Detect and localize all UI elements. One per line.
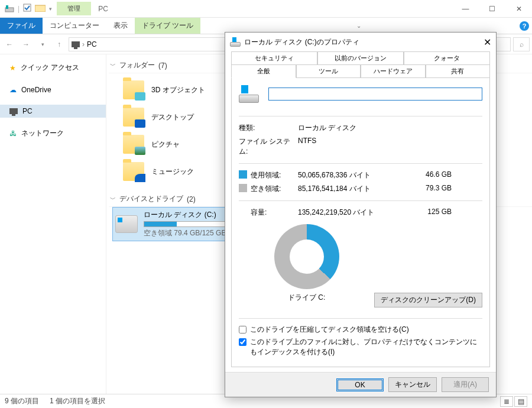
back-button[interactable]: ← — [2, 37, 17, 51]
used-label: 使用領域: — [239, 170, 298, 180]
section-label: デバイスとドライブ — [119, 194, 183, 204]
index-label[interactable]: このドライブ上のファイルに対し、プロパティだけでなくコンテンツにもインデックスを… — [250, 337, 482, 357]
nav-pane: ★ クイック アクセス ☁ OneDrive PC 🖧 ネットワーク — [0, 54, 106, 394]
tab-quota[interactable]: クォータ — [404, 51, 490, 65]
status-selection: 1 個の項目を選択 — [50, 396, 105, 406]
recent-dropdown-icon[interactable]: ▾ — [35, 37, 50, 51]
sidebar-item-onedrive[interactable]: ☁ OneDrive — [0, 83, 106, 96]
fs-value: NTFS — [298, 137, 316, 157]
search-icon: ⌕ — [520, 40, 524, 48]
capacity-human: 125 GB — [404, 208, 452, 218]
dialog-title: ローカル ディスク (C:)のプロパティ — [244, 37, 359, 47]
tab-general[interactable]: 全般 — [231, 64, 296, 78]
section-count: (2) — [187, 195, 196, 203]
tab-tools[interactable]: ツール — [296, 64, 361, 78]
type-label: 種類: — [239, 123, 298, 133]
folder-label: 3D オブジェクト — [151, 85, 205, 95]
pc-icon — [9, 108, 18, 114]
tab-row-front: 全般 ツール ハードウェア 共有 — [231, 64, 490, 77]
drive-subtext: 空き領域 79.4 GB/125 GB — [144, 228, 232, 238]
titlebar: | ▾ 管理 PC — ☐ ✕ — [0, 0, 532, 18]
tab-security[interactable]: セキュリティ — [231, 51, 317, 65]
tab-panel-general: 種類: ローカル ディスク ファイル システム: NTFS 使用領域: 50,0… — [231, 77, 490, 367]
type-value: ローカル ディスク — [298, 123, 356, 133]
ribbon-expand-icon[interactable]: ⌄ — [351, 18, 366, 34]
contextual-tab-header: 管理 — [57, 2, 91, 15]
svg-rect-2 — [24, 4, 31, 11]
maximize-button[interactable]: ☐ — [479, 0, 505, 18]
apply-button[interactable]: 適用(A) — [442, 377, 489, 392]
sidebar-item-quick-access[interactable]: ★ クイック アクセス — [0, 60, 106, 75]
ribbon-tab-file[interactable]: ファイル — [0, 18, 43, 34]
search-box[interactable]: ⌕ — [513, 37, 530, 51]
drive-label: ローカル ディスク (C:) — [144, 210, 232, 220]
tab-sharing[interactable]: 共有 — [426, 64, 491, 78]
compress-label[interactable]: このドライブを圧縮してディスク領域を空ける(C) — [250, 325, 409, 335]
network-icon: 🖧 — [9, 129, 17, 138]
folder-icon — [123, 162, 144, 181]
section-label: フォルダー — [119, 60, 155, 70]
cancel-button[interactable]: キャンセル — [388, 377, 437, 392]
pie-caption: ドライブ C: — [288, 293, 325, 303]
ribbon-tab-view[interactable]: 表示 — [106, 18, 135, 34]
section-count: (7) — [158, 61, 167, 70]
svg-rect-3 — [35, 5, 46, 12]
sidebar-item-label: OneDrive — [21, 86, 51, 94]
drive-name-input[interactable] — [268, 88, 482, 101]
folder-icon — [123, 135, 144, 154]
cloud-icon: ☁ — [9, 86, 17, 94]
index-checkbox[interactable] — [239, 338, 246, 346]
minimize-button[interactable]: — — [452, 0, 479, 18]
qat-checkbox-icon[interactable] — [23, 4, 31, 14]
tab-hardware[interactable]: ハードウェア — [361, 64, 426, 78]
sidebar-item-pc[interactable]: PC — [0, 105, 106, 118]
pc-icon — [72, 41, 80, 47]
chevron-down-icon: ﹀ — [110, 195, 116, 203]
folder-label: デスクトップ — [151, 112, 194, 122]
ribbon-tab-computer[interactable]: コンピューター — [43, 18, 106, 34]
app-icon — [5, 4, 14, 14]
status-item-count: 9 個の項目 — [5, 396, 39, 406]
tab-row-back: セキュリティ 以前のバージョン クォータ — [231, 51, 490, 64]
sidebar-item-network[interactable]: 🖧 ネットワーク — [0, 126, 106, 141]
free-label: 空き領域: — [239, 184, 298, 194]
folder-label: ミュージック — [151, 167, 194, 177]
drive-icon — [115, 215, 138, 233]
properties-dialog: ローカル ディスク (C:)のプロパティ ✕ セキュリティ 以前のバージョン ク… — [225, 32, 497, 397]
tab-previous-versions[interactable]: 以前のバージョン — [317, 51, 404, 65]
drive-usage-bar — [144, 221, 232, 227]
used-human: 46.6 GB — [404, 170, 452, 180]
close-button[interactable]: ✕ — [505, 0, 532, 18]
qat-dropdown-icon[interactable]: ▾ — [49, 6, 52, 12]
drive-c[interactable]: ローカル ディスク (C:) 空き領域 79.4 GB/125 GB — [112, 207, 242, 241]
view-tiles-button[interactable]: ▤ — [514, 396, 527, 407]
breadcrumb-chevron[interactable]: › — [82, 40, 85, 48]
help-icon[interactable]: ? — [517, 18, 532, 34]
ribbon-tab-drive-tools[interactable]: ドライブ ツール — [135, 18, 200, 34]
drive-large-icon — [239, 85, 259, 103]
drive-icon — [230, 37, 241, 47]
breadcrumb-root[interactable]: PC — [87, 40, 97, 48]
dialog-button-row: OK キャンセル 適用(A) — [225, 372, 496, 397]
dialog-titlebar[interactable]: ローカル ディスク (C:)のプロパティ ✕ — [225, 33, 496, 51]
disk-cleanup-button[interactable]: ディスクのクリーンアップ(D) — [374, 293, 482, 307]
chevron-down-icon: ﹀ — [110, 61, 116, 70]
dialog-close-button[interactable]: ✕ — [484, 37, 491, 48]
folder-icon — [123, 80, 144, 99]
free-human: 79.3 GB — [404, 184, 452, 194]
view-details-button[interactable]: ≣ — [500, 396, 513, 407]
quick-access-toolbar: | ▾ — [0, 4, 57, 14]
qat-separator: | — [18, 5, 20, 13]
folder-icon — [123, 108, 144, 127]
qat-new-folder-icon[interactable] — [35, 4, 46, 14]
free-bytes: 85,176,541,184 バイト — [298, 184, 404, 194]
capacity-label: 容量: — [239, 208, 298, 218]
used-bytes: 50,065,678,336 バイト — [298, 170, 404, 180]
forward-button[interactable]: → — [19, 37, 33, 51]
up-button[interactable]: ↑ — [52, 37, 66, 51]
sidebar-item-label: ネットワーク — [21, 128, 64, 138]
ok-button[interactable]: OK — [336, 378, 384, 391]
fs-label: ファイル システム: — [239, 137, 298, 157]
window-title: PC — [98, 5, 108, 13]
compress-checkbox[interactable] — [239, 326, 246, 333]
